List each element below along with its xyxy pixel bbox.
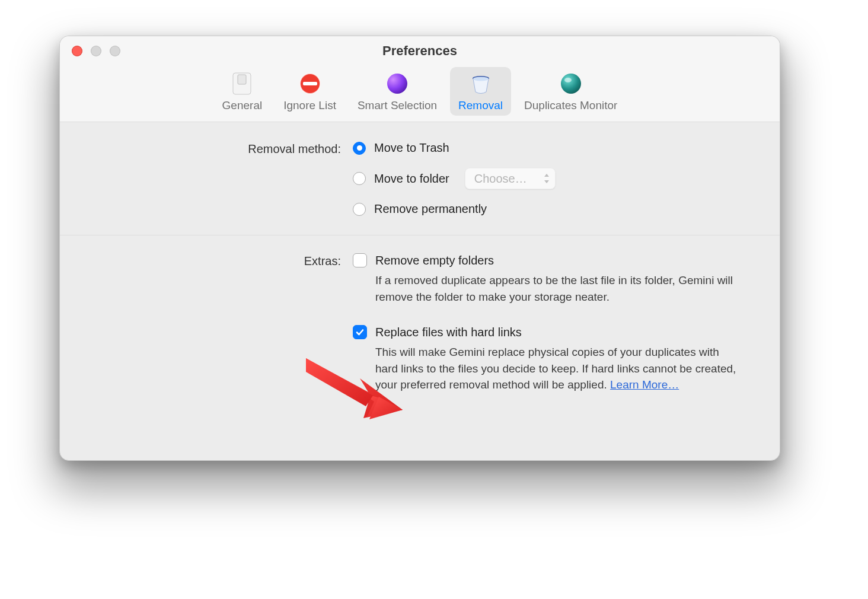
extras-label: Extras: (92, 253, 341, 268)
radio-indicator (353, 203, 366, 216)
section-divider (60, 235, 780, 235)
choose-folder-placeholder: Choose… (474, 172, 527, 186)
hard-links-help: This will make Gemini replace physical c… (375, 344, 743, 393)
svg-rect-4 (303, 82, 317, 85)
minimize-window-button[interactable] (91, 46, 101, 56)
checkbox-label: Remove empty folders (375, 254, 494, 267)
tab-label: Smart Selection (358, 99, 437, 112)
chevrons-up-down-icon (544, 173, 550, 184)
no-entry-icon (297, 71, 323, 97)
tab-ignore-list[interactable]: Ignore List (275, 67, 344, 116)
tab-general[interactable]: General (214, 67, 271, 116)
close-window-button[interactable] (72, 46, 82, 56)
radio-indicator (353, 172, 366, 185)
tab-label: Removal (458, 99, 503, 112)
radio-label: Move to Trash (374, 141, 449, 155)
svg-point-7 (473, 77, 489, 81)
radio-indicator (353, 142, 366, 155)
checkbox-hard-links[interactable]: Replace files with hard links (353, 325, 748, 339)
sphere-icon (384, 71, 410, 97)
radio-remove-permanently[interactable]: Remove permanently (353, 202, 748, 216)
zoom-window-button[interactable] (110, 46, 120, 56)
tab-label: Duplicates Monitor (524, 99, 617, 112)
hard-links-help-text: This will make Gemini replace physical c… (375, 346, 736, 391)
radio-move-to-trash[interactable]: Move to Trash (353, 141, 748, 155)
svg-point-5 (387, 74, 407, 94)
tab-smart-selection[interactable]: Smart Selection (349, 67, 445, 116)
checkbox-indicator (353, 325, 367, 339)
trash-icon (468, 71, 494, 97)
tab-label: General (222, 99, 263, 112)
switch-icon (229, 71, 255, 97)
removal-pane: Removal method: Move to Trash Move to fo… (60, 122, 780, 412)
svg-rect-1 (238, 75, 246, 84)
checkbox-label: Replace files with hard links (375, 326, 522, 339)
svg-point-9 (564, 78, 572, 82)
tab-duplicates-monitor[interactable]: Duplicates Monitor (516, 67, 626, 116)
preferences-window: Preferences General (59, 36, 780, 461)
tab-removal[interactable]: Removal (450, 67, 511, 116)
tab-label: Ignore List (283, 99, 336, 112)
titlebar: Preferences (60, 36, 780, 66)
radio-label: Move to folder (374, 172, 449, 186)
checkbox-remove-empty-folders[interactable]: Remove empty folders (353, 253, 748, 267)
remove-empty-folders-help: If a removed duplicate appears to be the… (375, 272, 743, 305)
window-controls (72, 46, 120, 56)
removal-method-label: Removal method: (92, 141, 341, 156)
radio-move-to-folder[interactable]: Move to folder Choose… (353, 168, 748, 189)
learn-more-link[interactable]: Learn More… (610, 378, 679, 391)
checkbox-indicator (353, 253, 367, 267)
preferences-tabs: General Ignore List (60, 66, 780, 122)
lens-icon (558, 71, 584, 97)
window-title: Preferences (382, 43, 457, 59)
radio-label: Remove permanently (374, 202, 487, 216)
choose-folder-popup[interactable]: Choose… (465, 168, 556, 189)
svg-point-8 (561, 74, 581, 94)
